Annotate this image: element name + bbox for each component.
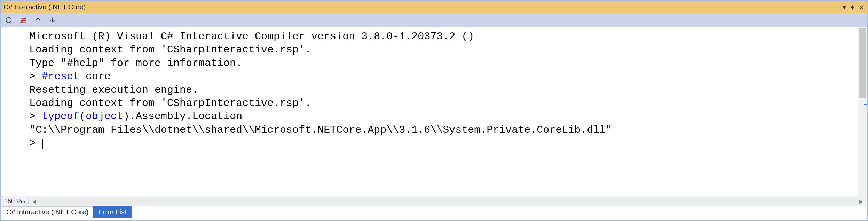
scrollbar-marker <box>864 104 867 105</box>
hscroll-track[interactable] <box>38 198 858 205</box>
zoom-value: 150 % <box>4 198 22 205</box>
window-menu-dropdown-icon[interactable]: ▾ <box>843 4 846 11</box>
history-previous-button[interactable] <box>34 16 42 24</box>
window-title: C# Interactive (.NET Core) <box>3 3 843 11</box>
tab-label: C# Interactive (.NET Core) <box>6 208 88 216</box>
clear-button[interactable] <box>19 16 27 24</box>
close-icon[interactable]: ✕ <box>859 4 865 11</box>
window-controls: ▾ ✕ <box>843 4 865 11</box>
tab-csharp-interactive[interactable]: C# Interactive (.NET Core) <box>1 206 93 218</box>
scrollbar-thumb[interactable] <box>859 28 866 98</box>
titlebar: C# Interactive (.NET Core) ▾ ✕ <box>1 1 867 13</box>
tab-label: Error List <box>98 208 126 216</box>
zoom-control[interactable]: 150 % ▾ <box>1 198 29 205</box>
vertical-scrollbar[interactable] <box>858 27 867 196</box>
pin-icon[interactable] <box>850 4 855 11</box>
status-bar: 150 % ▾ ◀ ▶ <box>1 196 867 206</box>
tab-bar: C# Interactive (.NET Core) Error List <box>1 206 867 218</box>
console-output[interactable]: Microsoft (R) Visual C# Interactive Comp… <box>1 27 858 196</box>
reset-button[interactable] <box>5 16 13 24</box>
history-next-button[interactable] <box>49 16 56 24</box>
horizontal-scrollbar[interactable]: ◀ ▶ <box>31 198 865 205</box>
toolbar <box>1 13 867 27</box>
scroll-right-icon[interactable]: ▶ <box>858 199 865 204</box>
chevron-down-icon[interactable]: ▾ <box>23 199 25 204</box>
tab-error-list[interactable]: Error List <box>93 206 131 218</box>
scroll-left-icon[interactable]: ◀ <box>31 199 38 204</box>
console-area: Microsoft (R) Visual C# Interactive Comp… <box>1 27 867 196</box>
